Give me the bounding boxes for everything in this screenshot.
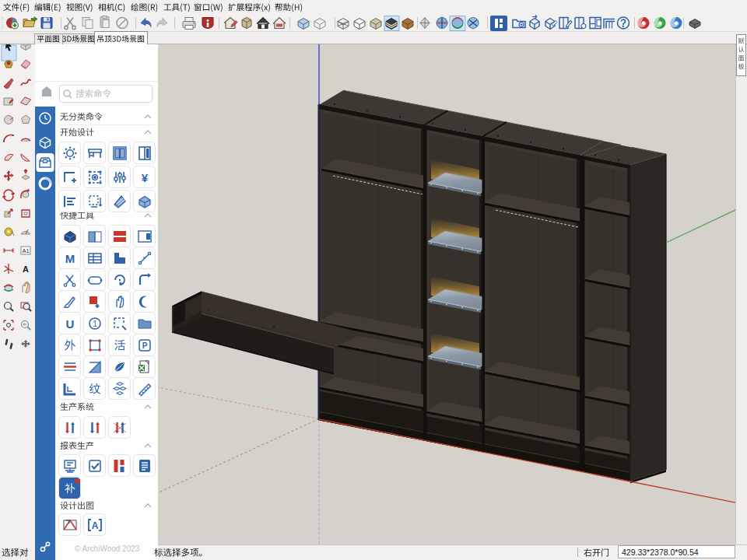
svg-text:A1: A1 — [23, 248, 30, 254]
svg-text:429.33*2378.0*90.54: 429.33*2378.0*90.54 — [622, 548, 699, 557]
svg-text:M: M — [65, 252, 75, 265]
svg-text:U: U — [66, 317, 75, 331]
svg-text:1: 1 — [93, 320, 97, 328]
svg-text:¥: ¥ — [142, 171, 149, 184]
svg-text:A: A — [23, 264, 29, 274]
svg-text:P: P — [142, 341, 148, 350]
svg-text:A: A — [92, 520, 99, 531]
